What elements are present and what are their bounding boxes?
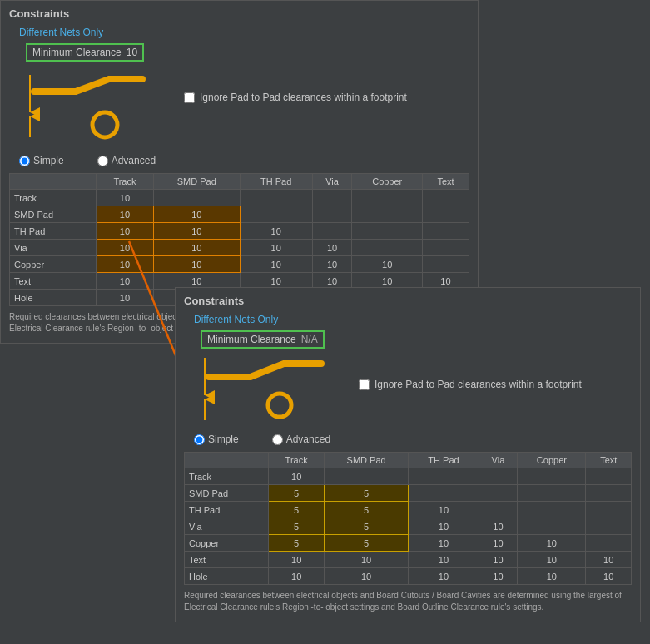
top-smd-track[interactable]: 10	[97, 206, 153, 223]
bottom-copper-via[interactable]: 10	[479, 535, 518, 552]
bottom-via-smd[interactable]: 5	[324, 518, 408, 535]
bottom-min-clearance-label: Minimum Clearance	[207, 334, 296, 345]
bottom-smd-copper[interactable]	[518, 485, 586, 502]
top-copper-track[interactable]: 10	[97, 256, 153, 273]
bottom-via-track[interactable]: 5	[269, 518, 325, 535]
bottom-th-via[interactable]	[479, 502, 518, 518]
bottom-text-th[interactable]: 10	[409, 552, 479, 568]
bottom-hole-track[interactable]: 10	[269, 568, 325, 585]
top-track-copper[interactable]	[352, 190, 423, 206]
top-row-via-label: Via	[10, 240, 97, 256]
top-via-via[interactable]: 10	[312, 240, 352, 256]
table-row: Via 10 10 10 10	[10, 240, 469, 256]
bottom-via-text[interactable]	[586, 518, 632, 535]
bottom-diagram-svg	[184, 354, 350, 429]
bottom-th-th[interactable]: 10	[409, 502, 479, 518]
bottom-radio-advanced-label[interactable]: Advanced	[272, 433, 330, 445]
bottom-copper-th[interactable]: 10	[409, 535, 479, 552]
bottom-text-text[interactable]: 10	[586, 552, 632, 568]
bottom-col-text: Text	[586, 453, 632, 468]
top-smd-text[interactable]	[422, 206, 469, 223]
top-via-th[interactable]: 10	[240, 240, 312, 256]
top-radio-simple[interactable]	[19, 156, 30, 166]
bottom-text-smd[interactable]: 10	[324, 552, 408, 568]
top-col-via: Via	[312, 174, 352, 190]
bottom-th-track[interactable]: 5	[269, 502, 325, 518]
bottom-smd-text[interactable]	[586, 485, 632, 502]
top-track-track[interactable]: 10	[97, 190, 153, 206]
top-track-via[interactable]	[312, 190, 352, 206]
table-row: SMD Pad 10 10	[10, 206, 469, 223]
bottom-track-via[interactable]	[479, 468, 518, 485]
bottom-hole-via[interactable]: 10	[479, 568, 518, 585]
bottom-copper-smd[interactable]: 5	[324, 535, 408, 552]
bottom-via-via[interactable]: 10	[479, 518, 518, 535]
bottom-hole-text[interactable]: 10	[586, 568, 632, 585]
top-copper-smd[interactable]: 10	[153, 256, 240, 273]
bottom-copper-copper[interactable]: 10	[518, 535, 586, 552]
bottom-track-th[interactable]	[409, 468, 479, 485]
top-th-text[interactable]	[422, 223, 469, 240]
top-copper-via[interactable]: 10	[312, 256, 352, 273]
top-th-copper[interactable]	[352, 223, 423, 240]
top-via-text[interactable]	[422, 240, 469, 256]
bottom-ignore-pad-row: Ignore Pad to Pad clearances within a fo…	[359, 379, 582, 390]
bottom-ignore-pad-checkbox[interactable]	[359, 379, 370, 390]
bottom-track-smd[interactable]	[324, 468, 408, 485]
bottom-radio-simple-label[interactable]: Simple	[194, 433, 239, 445]
bottom-track-track[interactable]: 10	[269, 468, 325, 485]
top-track-smd[interactable]	[153, 190, 240, 206]
top-copper-copper[interactable]: 10	[352, 256, 423, 273]
bottom-track-text[interactable]	[586, 468, 632, 485]
bottom-hole-th[interactable]: 10	[409, 568, 479, 585]
top-text-track[interactable]: 10	[97, 273, 153, 290]
bottom-text-copper[interactable]: 10	[518, 552, 586, 568]
top-ignore-pad-label: Ignore Pad to Pad clearances within a fo…	[200, 92, 407, 103]
top-min-clearance-label: Minimum Clearance	[32, 47, 122, 58]
bottom-via-th[interactable]: 10	[409, 518, 479, 535]
bottom-th-smd[interactable]: 5	[324, 502, 408, 518]
bottom-text-track[interactable]: 10	[269, 552, 325, 568]
top-radio-advanced-label[interactable]: Advanced	[97, 155, 156, 166]
top-radio-advanced[interactable]	[97, 156, 108, 166]
top-th-th[interactable]: 10	[240, 223, 312, 240]
bottom-min-clearance-box: Minimum Clearance N/A	[201, 330, 325, 349]
top-via-track[interactable]: 10	[97, 240, 153, 256]
bottom-track-copper[interactable]	[518, 468, 586, 485]
top-via-smd[interactable]: 10	[153, 240, 240, 256]
top-copper-th[interactable]: 10	[240, 256, 312, 273]
top-track-th[interactable]	[240, 190, 312, 206]
bottom-th-copper[interactable]	[518, 502, 586, 518]
bottom-radio-simple[interactable]	[194, 434, 205, 445]
bottom-radio-advanced[interactable]	[272, 434, 283, 445]
bottom-th-text[interactable]	[586, 502, 632, 518]
top-smd-via[interactable]	[312, 206, 352, 223]
bottom-row-track-label: Track	[185, 468, 269, 485]
bottom-smd-track[interactable]: 5	[269, 485, 325, 502]
bottom-hole-smd[interactable]: 10	[324, 568, 408, 585]
top-ignore-pad-checkbox[interactable]	[184, 92, 195, 103]
bottom-different-nets-label: Different Nets Only	[194, 314, 632, 325]
top-copper-text[interactable]	[422, 256, 469, 273]
top-th-track[interactable]: 10	[97, 223, 153, 240]
top-col-track: Track	[97, 174, 153, 190]
top-smd-smd[interactable]: 10	[153, 206, 240, 223]
top-th-via[interactable]	[312, 223, 352, 240]
top-hole-track[interactable]: 10	[97, 290, 153, 306]
bottom-smd-via[interactable]	[479, 485, 518, 502]
top-track-text[interactable]	[422, 190, 469, 206]
top-row-copper-label: Copper	[10, 256, 97, 273]
bottom-smd-th[interactable]	[409, 485, 479, 502]
top-smd-th[interactable]	[240, 206, 312, 223]
top-radio-simple-label[interactable]: Simple	[19, 155, 64, 166]
bottom-hole-copper[interactable]: 10	[518, 568, 586, 585]
top-row-th-label: TH Pad	[10, 223, 97, 240]
bottom-copper-text[interactable]	[586, 535, 632, 552]
top-th-smd[interactable]: 10	[153, 223, 240, 240]
top-via-copper[interactable]	[352, 240, 423, 256]
bottom-text-via[interactable]: 10	[479, 552, 518, 568]
top-smd-copper[interactable]	[352, 206, 423, 223]
bottom-via-copper[interactable]	[518, 518, 586, 535]
bottom-copper-track[interactable]: 5	[269, 535, 325, 552]
bottom-smd-smd[interactable]: 5	[324, 485, 408, 502]
